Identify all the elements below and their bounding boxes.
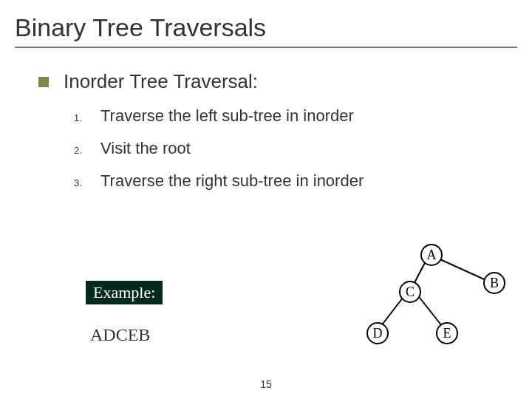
list-text: Traverse the right sub-tree in inorder — [100, 171, 364, 191]
example-label: Example: — [86, 281, 163, 304]
list-item: 2. Visit the root — [74, 139, 517, 158]
binary-tree-diagram: A B C D E — [365, 242, 513, 361]
tree-node-a: A — [420, 244, 443, 266]
tree-node-d: D — [366, 322, 389, 344]
tree-node-b: B — [483, 272, 505, 294]
steps-list: 1. Traverse the left sub-tree in inorder… — [74, 106, 517, 191]
svg-line-0 — [435, 257, 491, 282]
list-item: 3. Traverse the right sub-tree in inorde… — [74, 171, 517, 191]
slide: Binary Tree Traversals Inorder Tree Trav… — [0, 0, 532, 399]
traversal-result: ADCEB — [90, 325, 150, 345]
square-bullet-icon — [38, 77, 49, 87]
tree-node-c: C — [399, 281, 421, 303]
list-text: Visit the root — [100, 139, 191, 158]
slide-title: Binary Tree Traversals — [15, 13, 517, 48]
tree-node-e: E — [436, 322, 458, 344]
list-number: 2. — [74, 145, 100, 156]
slide-number: 15 — [0, 378, 532, 390]
section-text: Inorder Tree Traversal: — [64, 70, 258, 93]
list-item: 1. Traverse the left sub-tree in inorder — [74, 106, 517, 126]
list-number: 1. — [74, 112, 100, 123]
section-heading: Inorder Tree Traversal: — [38, 70, 517, 93]
list-number: 3. — [74, 177, 100, 188]
list-text: Traverse the left sub-tree in inorder — [100, 106, 354, 126]
